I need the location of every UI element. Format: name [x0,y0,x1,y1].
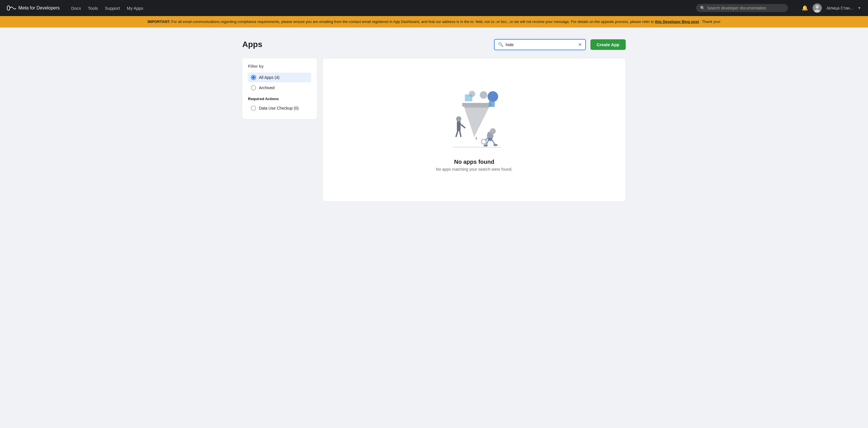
navbar: Meta for Developers Docs Tools Support M… [0,0,868,16]
no-results-text: No apps found No apps matching your sear… [436,159,513,171]
svg-rect-11 [489,101,495,107]
svg-line-17 [460,131,461,136]
svg-point-7 [476,137,477,140]
filter-by-label: Filter by [248,64,311,69]
search-clear-button[interactable]: ✕ [578,42,582,47]
filter-panel: Filter by All Apps (4) Archived Required… [242,58,317,119]
svg-point-26 [493,144,498,146]
navbar-links: Docs Tools Support My Apps [71,6,143,11]
navbar-logo[interactable]: Meta for Developers [7,5,60,11]
apps-header-right: 🔍 ✕ Create App [494,39,626,50]
nav-docs[interactable]: Docs [71,6,81,11]
no-results-subtitle: No apps matching your search were found. [436,167,513,171]
navbar-search-input[interactable] [707,6,784,10]
page-title: Apps [242,40,262,49]
nav-support[interactable]: Support [105,6,120,11]
apps-search-icon: 🔍 [498,42,503,47]
svg-point-19 [490,128,496,134]
svg-point-25 [484,144,488,146]
svg-marker-4 [464,105,490,137]
avatar[interactable] [813,3,822,12]
banner-text: For all email communications regarding c… [172,20,655,24]
svg-point-2 [815,5,819,9]
navbar-search-icon: 🔍 [700,6,705,10]
svg-point-10 [480,91,487,99]
main-content: Apps 🔍 ✕ Create App Filter by All Apps (… [233,28,635,213]
banner-text-end: . Thank you! [700,20,720,24]
nav-tools[interactable]: Tools [88,6,98,11]
notification-bell-icon[interactable]: 🔔 [802,5,808,11]
nav-my-apps[interactable]: My Apps [127,6,144,11]
filter-data-use-checkup-label: Data Use Checkup (0) [259,106,299,110]
svg-rect-6 [462,103,491,107]
no-results-illustration [437,88,512,154]
results-panel: No apps found No apps matching your sear… [322,58,626,202]
banner-link[interactable]: this Developer Blog post [655,20,699,24]
apps-search-input[interactable] [506,42,576,47]
no-results-title: No apps found [436,159,513,165]
create-app-button[interactable]: Create App [590,39,626,50]
filter-data-use-checkup-radio[interactable] [251,105,256,111]
svg-point-0 [7,6,10,10]
filter-all-apps[interactable]: All Apps (4) [248,73,311,82]
apps-search-box[interactable]: 🔍 ✕ [494,39,586,50]
navbar-search-wrap[interactable]: 🔍 [696,4,788,12]
navbar-logo-text: Meta for Developers [19,5,60,11]
navbar-username: Јелица Стан... [826,6,854,10]
required-actions-label: Required Actions [248,97,311,101]
filter-archived[interactable]: Archived [248,83,311,93]
svg-point-9 [487,91,498,102]
avatar-icon [813,3,822,12]
svg-rect-27 [488,138,492,141]
filter-all-apps-radio[interactable] [251,75,256,80]
apps-header: Apps 🔍 ✕ Create App [242,39,626,50]
svg-rect-13 [457,121,461,131]
svg-line-15 [461,124,465,128]
filter-data-use-checkup[interactable]: Data Use Checkup (0) [248,103,311,113]
svg-point-14 [456,116,462,122]
chevron-down-icon[interactable]: ▼ [858,6,861,10]
svg-point-12 [469,91,475,97]
filter-archived-radio[interactable] [251,85,256,90]
important-banner: IMPORTANT: For all email communications … [0,16,868,28]
content-layout: Filter by All Apps (4) Archived Required… [242,58,626,202]
svg-line-16 [456,131,458,136]
meta-logo-icon [7,5,16,11]
filter-all-apps-label: All Apps (4) [259,75,280,80]
no-results-container: No apps found No apps matching your sear… [425,71,524,189]
filter-archived-label: Archived [259,86,274,90]
navbar-right: 🔔 Јелица Стан... ▼ [802,3,861,12]
svg-line-24 [492,140,495,144]
banner-bold: IMPORTANT: [148,20,170,24]
